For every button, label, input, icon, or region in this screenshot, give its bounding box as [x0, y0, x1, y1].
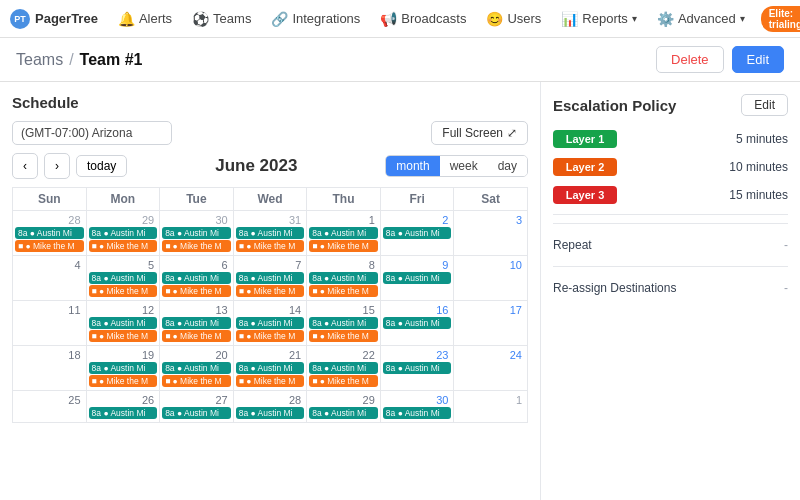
nav-users[interactable]: 😊 Users	[478, 0, 549, 38]
calendar-event[interactable]: ■ ● Mike the M	[236, 375, 305, 387]
calendar-event[interactable]: 8a ● Austin Mi	[89, 227, 158, 239]
calendar-event[interactable]: 8a ● Austin Mi	[236, 407, 305, 419]
calendar-cell[interactable]: 25	[13, 391, 87, 423]
calendar-cell[interactable]: 17	[454, 301, 528, 346]
calendar-event[interactable]: ■ ● Mike the M	[309, 375, 378, 387]
calendar-cell[interactable]: 138a ● Austin Mi■ ● Mike the M	[160, 301, 234, 346]
calendar-event[interactable]: ■ ● Mike the M	[309, 240, 378, 252]
prev-month-button[interactable]: ‹	[12, 153, 38, 179]
calendar-cell[interactable]: 1	[454, 391, 528, 423]
calendar-cell[interactable]: 58a ● Austin Mi■ ● Mike the M	[86, 256, 160, 301]
calendar-event[interactable]: 8a ● Austin Mi	[15, 227, 84, 239]
nav-integrations[interactable]: 🔗 Integrations	[263, 0, 368, 38]
nav-alerts[interactable]: 🔔 Alerts	[110, 0, 180, 38]
calendar-event[interactable]: 8a ● Austin Mi	[162, 227, 231, 239]
calendar-cell[interactable]: 68a ● Austin Mi■ ● Mike the M	[160, 256, 234, 301]
layer3-badge[interactable]: Layer 3	[553, 186, 617, 204]
calendar-event[interactable]: 8a ● Austin Mi	[309, 317, 378, 329]
calendar-event[interactable]: 8a ● Austin Mi	[383, 317, 452, 329]
calendar-cell[interactable]: 318a ● Austin Mi■ ● Mike the M	[233, 211, 307, 256]
calendar-event[interactable]: ■ ● Mike the M	[89, 375, 158, 387]
calendar-event[interactable]: ■ ● Mike the M	[309, 330, 378, 342]
calendar-event[interactable]: 8a ● Austin Mi	[162, 407, 231, 419]
next-month-button[interactable]: ›	[44, 153, 70, 179]
calendar-event[interactable]: 8a ● Austin Mi	[309, 362, 378, 374]
calendar-event[interactable]: ■ ● Mike the M	[162, 375, 231, 387]
calendar-cell[interactable]: 28a ● Austin Mi	[380, 211, 454, 256]
nav-advanced[interactable]: ⚙️ Advanced ▾	[649, 0, 753, 38]
calendar-event[interactable]: 8a ● Austin Mi	[162, 317, 231, 329]
calendar-event[interactable]: 8a ● Austin Mi	[383, 227, 452, 239]
calendar-cell[interactable]: 98a ● Austin Mi	[380, 256, 454, 301]
calendar-cell[interactable]: 298a ● Austin Mi	[307, 391, 381, 423]
calendar-cell[interactable]: 308a ● Austin Mi	[380, 391, 454, 423]
calendar-event[interactable]: ■ ● Mike the M	[89, 240, 158, 252]
calendar-cell[interactable]: 288a ● Austin Mi■ ● Mike the M	[13, 211, 87, 256]
edit-button[interactable]: Edit	[732, 46, 784, 73]
calendar-event[interactable]: ■ ● Mike the M	[89, 285, 158, 297]
calendar-cell[interactable]: 208a ● Austin Mi■ ● Mike the M	[160, 346, 234, 391]
calendar-event[interactable]: ■ ● Mike the M	[236, 330, 305, 342]
calendar-event[interactable]: 8a ● Austin Mi	[89, 407, 158, 419]
calendar-cell[interactable]: 10	[454, 256, 528, 301]
calendar-event[interactable]: 8a ● Austin Mi	[309, 407, 378, 419]
calendar-cell[interactable]: 268a ● Austin Mi	[86, 391, 160, 423]
brand-logo[interactable]: PT PagerTree	[10, 9, 98, 29]
calendar-event[interactable]: 8a ● Austin Mi	[236, 362, 305, 374]
calendar-cell[interactable]: 4	[13, 256, 87, 301]
calendar-cell[interactable]: 11	[13, 301, 87, 346]
calendar-event[interactable]: 8a ● Austin Mi	[162, 362, 231, 374]
calendar-event[interactable]: 8a ● Austin Mi	[383, 272, 452, 284]
calendar-event[interactable]: ■ ● Mike the M	[236, 285, 305, 297]
calendar-cell[interactable]: 18	[13, 346, 87, 391]
calendar-event[interactable]: 8a ● Austin Mi	[236, 272, 305, 284]
breadcrumb-parent[interactable]: Teams	[16, 51, 63, 69]
view-day-button[interactable]: day	[488, 156, 527, 176]
calendar-event[interactable]: 8a ● Austin Mi	[236, 317, 305, 329]
nav-teams[interactable]: ⚽ Teams	[184, 0, 259, 38]
calendar-event[interactable]: ■ ● Mike the M	[162, 285, 231, 297]
calendar-event[interactable]: 8a ● Austin Mi	[162, 272, 231, 284]
layer2-badge[interactable]: Layer 2	[553, 158, 617, 176]
calendar-cell[interactable]: 288a ● Austin Mi	[233, 391, 307, 423]
calendar-event[interactable]: 8a ● Austin Mi	[383, 362, 452, 374]
calendar-event[interactable]: 8a ● Austin Mi	[89, 362, 158, 374]
calendar-event[interactable]: ■ ● Mike the M	[89, 330, 158, 342]
timezone-select[interactable]: (GMT-07:00) Arizona	[12, 121, 172, 145]
calendar-cell[interactable]: 24	[454, 346, 528, 391]
nav-reports[interactable]: 📊 Reports ▾	[553, 0, 645, 38]
calendar-cell[interactable]: 278a ● Austin Mi	[160, 391, 234, 423]
layer1-badge[interactable]: Layer 1	[553, 130, 617, 148]
calendar-event[interactable]: ■ ● Mike the M	[236, 240, 305, 252]
view-week-button[interactable]: week	[440, 156, 488, 176]
esc-edit-button[interactable]: Edit	[741, 94, 788, 116]
calendar-cell[interactable]: 3	[454, 211, 528, 256]
calendar-cell[interactable]: 128a ● Austin Mi■ ● Mike the M	[86, 301, 160, 346]
calendar-cell[interactable]: 88a ● Austin Mi■ ● Mike the M	[307, 256, 381, 301]
calendar-cell[interactable]: 18a ● Austin Mi■ ● Mike the M	[307, 211, 381, 256]
calendar-cell[interactable]: 148a ● Austin Mi■ ● Mike the M	[233, 301, 307, 346]
today-button[interactable]: today	[76, 155, 127, 177]
view-month-button[interactable]: month	[386, 156, 439, 176]
calendar-cell[interactable]: 158a ● Austin Mi■ ● Mike the M	[307, 301, 381, 346]
calendar-event[interactable]: 8a ● Austin Mi	[89, 317, 158, 329]
calendar-cell[interactable]: 238a ● Austin Mi	[380, 346, 454, 391]
calendar-event[interactable]: ■ ● Mike the M	[162, 330, 231, 342]
calendar-cell[interactable]: 218a ● Austin Mi■ ● Mike the M	[233, 346, 307, 391]
calendar-event[interactable]: 8a ● Austin Mi	[89, 272, 158, 284]
calendar-cell[interactable]: 228a ● Austin Mi■ ● Mike the M	[307, 346, 381, 391]
calendar-event[interactable]: 8a ● Austin Mi	[236, 227, 305, 239]
calendar-cell[interactable]: 168a ● Austin Mi	[380, 301, 454, 346]
calendar-event[interactable]: ■ ● Mike the M	[15, 240, 84, 252]
fullscreen-button[interactable]: Full Screen ⤢	[431, 121, 528, 145]
calendar-cell[interactable]: 78a ● Austin Mi■ ● Mike the M	[233, 256, 307, 301]
calendar-event[interactable]: ■ ● Mike the M	[309, 285, 378, 297]
calendar-cell[interactable]: 298a ● Austin Mi■ ● Mike the M	[86, 211, 160, 256]
calendar-event[interactable]: ■ ● Mike the M	[162, 240, 231, 252]
delete-button[interactable]: Delete	[656, 46, 724, 73]
nav-broadcasts[interactable]: 📢 Broadcasts	[372, 0, 474, 38]
calendar-event[interactable]: 8a ● Austin Mi	[309, 272, 378, 284]
calendar-event[interactable]: 8a ● Austin Mi	[309, 227, 378, 239]
calendar-event[interactable]: 8a ● Austin Mi	[383, 407, 452, 419]
calendar-cell[interactable]: 198a ● Austin Mi■ ● Mike the M	[86, 346, 160, 391]
